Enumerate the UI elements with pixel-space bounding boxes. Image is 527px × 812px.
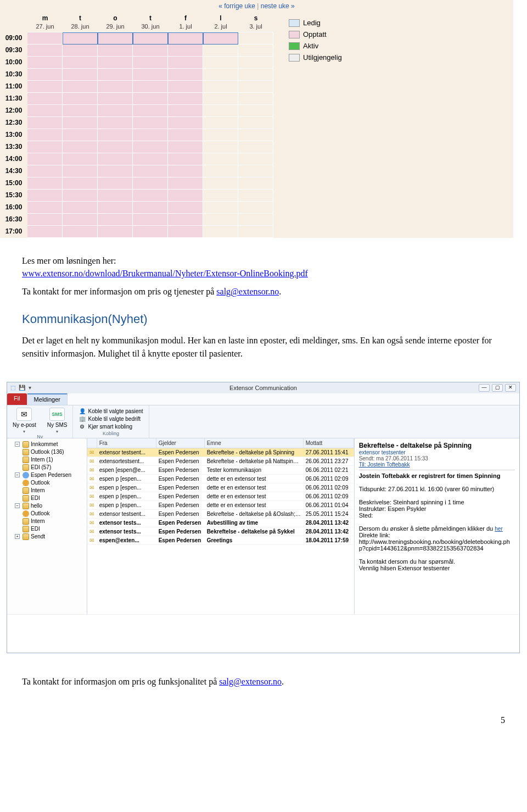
calendar-cell[interactable] bbox=[203, 214, 238, 226]
email-link-2[interactable]: salg@extensor.no bbox=[219, 677, 282, 686]
calendar-cell[interactable] bbox=[133, 105, 168, 117]
calendar-cell[interactable] bbox=[133, 190, 168, 202]
calendar-cell[interactable] bbox=[133, 177, 168, 190]
calendar-cell[interactable] bbox=[203, 141, 238, 153]
calendar-cell[interactable] bbox=[27, 117, 63, 129]
calendar-cell[interactable] bbox=[203, 153, 238, 165]
calendar-cell[interactable] bbox=[238, 190, 273, 202]
calendar-cell[interactable] bbox=[168, 93, 203, 105]
calendar-cell[interactable] bbox=[98, 202, 133, 214]
calendar-cell[interactable] bbox=[98, 129, 133, 141]
calendar-cell[interactable] bbox=[203, 93, 238, 105]
next-week-link[interactable]: neste uke » bbox=[261, 2, 295, 10]
calendar-cell[interactable] bbox=[98, 214, 133, 226]
calendar-cell[interactable] bbox=[98, 45, 133, 57]
calendar-cell[interactable] bbox=[168, 45, 203, 57]
calendar-cell[interactable] bbox=[168, 153, 203, 165]
calendar-cell[interactable] bbox=[63, 117, 98, 129]
table-row[interactable]: ✉espen p [espen...Espen Pedersendette er… bbox=[87, 501, 354, 510]
calendar-cell[interactable] bbox=[168, 202, 203, 214]
calendar-cell[interactable] bbox=[98, 141, 133, 153]
new-sms-button[interactable]: SMS Ny SMS ▾ bbox=[47, 408, 68, 434]
calendar-cell[interactable] bbox=[203, 45, 238, 57]
calendar-cell[interactable] bbox=[203, 177, 238, 190]
calendar-cell[interactable] bbox=[63, 81, 98, 93]
calendar-cell[interactable] bbox=[168, 57, 203, 69]
calendar-cell[interactable] bbox=[98, 105, 133, 117]
calendar-cell[interactable] bbox=[133, 141, 168, 153]
calendar-cell[interactable] bbox=[63, 226, 98, 238]
calendar-cell[interactable] bbox=[203, 32, 238, 45]
calendar-cell[interactable] bbox=[238, 129, 273, 141]
smart-kobling-button[interactable]: ⚙Kjør smart kobling bbox=[79, 423, 143, 431]
calendar-cell[interactable] bbox=[168, 129, 203, 141]
calendar-cell[interactable] bbox=[133, 226, 168, 238]
table-row[interactable]: ✉extensor tests...Espen PedersenAvbestil… bbox=[87, 519, 354, 527]
email-link-1[interactable]: salg@extensor.no bbox=[216, 287, 279, 296]
dropdown-icon[interactable]: ▾ bbox=[29, 385, 31, 391]
calendar-cell[interactable] bbox=[133, 69, 168, 81]
calendar-cell[interactable] bbox=[133, 117, 168, 129]
folder-tree[interactable]: −Innkommet Outlook (136) Intern (1) EDI … bbox=[7, 438, 87, 614]
collapse-icon[interactable]: − bbox=[15, 472, 20, 477]
calendar-cell[interactable] bbox=[133, 202, 168, 214]
close-button[interactable]: ✕ bbox=[505, 384, 516, 392]
calendar-cell[interactable] bbox=[63, 69, 98, 81]
calendar-cell[interactable] bbox=[133, 165, 168, 177]
calendar-cell[interactable] bbox=[98, 57, 133, 69]
calendar-cell[interactable] bbox=[238, 214, 273, 226]
calendar-cell[interactable] bbox=[27, 190, 63, 202]
calendar-cell[interactable] bbox=[168, 141, 203, 153]
calendar-cell[interactable] bbox=[98, 190, 133, 202]
calendar-cell[interactable] bbox=[27, 153, 63, 165]
calendar-cell[interactable] bbox=[27, 129, 63, 141]
calendar-cell[interactable] bbox=[168, 117, 203, 129]
table-row[interactable]: ✉espen@exten...Espen PedersenGreetings18… bbox=[87, 536, 354, 545]
calendar-cell[interactable] bbox=[63, 141, 98, 153]
col-emne[interactable]: Emne bbox=[205, 438, 304, 448]
calendar-cell[interactable] bbox=[133, 214, 168, 226]
calendar-cell[interactable] bbox=[203, 57, 238, 69]
calendar-cell[interactable] bbox=[168, 69, 203, 81]
col-fra[interactable]: Fra bbox=[97, 438, 156, 448]
calendar-cell[interactable] bbox=[238, 226, 273, 238]
calendar-cell[interactable] bbox=[238, 202, 273, 214]
calendar-cell[interactable] bbox=[238, 81, 273, 93]
calendar-cell[interactable] bbox=[98, 93, 133, 105]
save-icon[interactable]: 💾 bbox=[19, 385, 25, 391]
calendar-cell[interactable] bbox=[27, 69, 63, 81]
minimize-button[interactable]: — bbox=[479, 384, 490, 392]
calendar-cell[interactable] bbox=[98, 69, 133, 81]
calendar-cell[interactable] bbox=[238, 45, 273, 57]
calendar-cell[interactable] bbox=[63, 190, 98, 202]
calendar-cell[interactable] bbox=[168, 105, 203, 117]
calendar-cell[interactable] bbox=[168, 177, 203, 190]
calendar-cell[interactable] bbox=[168, 214, 203, 226]
calendar-cell[interactable] bbox=[27, 105, 63, 117]
calendar-cell[interactable] bbox=[238, 153, 273, 165]
calendar-cell[interactable] bbox=[238, 165, 273, 177]
col-mottatt[interactable]: Mottatt bbox=[304, 438, 354, 448]
delete-booking-link[interactable]: her bbox=[495, 526, 502, 532]
calendar-cell[interactable] bbox=[238, 141, 273, 153]
calendar-cell[interactable] bbox=[98, 81, 133, 93]
collapse-icon[interactable]: − bbox=[15, 503, 20, 508]
koble-pasient-button[interactable]: 👤Koble til valgte pasient bbox=[79, 408, 143, 415]
calendar-cell[interactable] bbox=[133, 32, 168, 45]
message-list[interactable]: Fra Gjelder Emne Mottatt ✉extensor tests… bbox=[87, 438, 355, 614]
calendar-cell[interactable] bbox=[133, 153, 168, 165]
calendar-cell[interactable] bbox=[203, 69, 238, 81]
table-row[interactable]: ✉espen [espen@e...Espen PedersenTester k… bbox=[87, 466, 354, 475]
calendar-cell[interactable] bbox=[168, 32, 203, 45]
calendar-cell[interactable] bbox=[203, 129, 238, 141]
maximize-button[interactable]: ▢ bbox=[492, 384, 503, 392]
table-row[interactable]: ✉espen p [espen...Espen Pedersendette er… bbox=[87, 475, 354, 483]
table-row[interactable]: ✉extensor testsent...Espen PedersenBekre… bbox=[87, 510, 354, 519]
table-row[interactable]: ✉extensor tests...Espen PedersenBekrefte… bbox=[87, 527, 354, 536]
calendar-cell[interactable] bbox=[27, 202, 63, 214]
calendar-cell[interactable] bbox=[63, 105, 98, 117]
pdf-link[interactable]: www.extensor.no/download/Brukermanual/Ny… bbox=[22, 269, 308, 278]
calendar-cell[interactable] bbox=[98, 117, 133, 129]
calendar-cell[interactable] bbox=[203, 105, 238, 117]
calendar-cell[interactable] bbox=[238, 177, 273, 190]
